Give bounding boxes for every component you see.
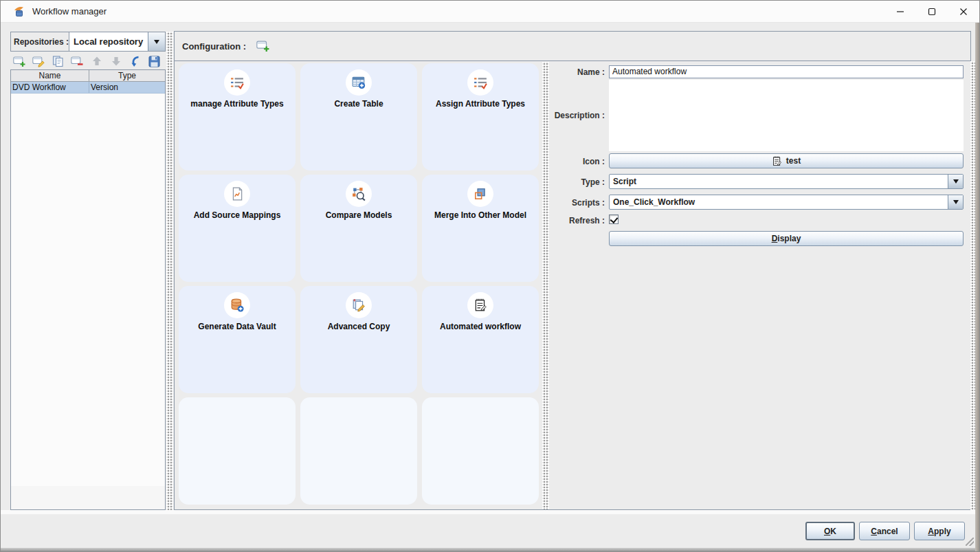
configuration-region: Configuration : bbox=[174, 31, 971, 510]
card-add-source-mappings[interactable]: Add Source Mappings bbox=[179, 175, 296, 282]
empty-card-slot[interactable] bbox=[300, 397, 417, 505]
card-label: Merge Into Other Model bbox=[422, 210, 539, 220]
add-card-icon bbox=[256, 40, 270, 52]
card-create-table[interactable]: Create Table bbox=[300, 63, 417, 170]
window-bottom-border bbox=[1, 548, 979, 551]
title-bar: Workflow manager bbox=[1, 1, 979, 23]
app-icon bbox=[13, 5, 25, 18]
copy-repository-button[interactable] bbox=[51, 55, 65, 68]
table-empty-area bbox=[11, 94, 165, 486]
description-textarea[interactable] bbox=[609, 80, 964, 151]
repositories-select[interactable]: Local repository bbox=[69, 32, 165, 51]
display-button[interactable]: Display bbox=[609, 231, 964, 246]
window-right-border bbox=[975, 23, 979, 551]
repositories-table-header: Name Type bbox=[11, 70, 165, 82]
move-up-button[interactable] bbox=[89, 55, 104, 68]
table-cell-name: DVD Workflow bbox=[11, 82, 89, 93]
repositories-panel: Repositories : Local repository bbox=[10, 32, 166, 510]
repositories-label: Repositories : bbox=[11, 32, 69, 51]
edit-repository-button[interactable] bbox=[32, 55, 46, 68]
copy-pencil-icon bbox=[346, 292, 372, 318]
empty-card-slot[interactable] bbox=[422, 397, 539, 505]
edit-card-icon bbox=[32, 56, 45, 67]
ok-button[interactable]: OK bbox=[805, 522, 855, 540]
document-mapping-icon bbox=[224, 181, 250, 207]
card-compare-models[interactable]: Compare Models bbox=[300, 175, 417, 282]
cancel-button[interactable]: Cancel bbox=[859, 522, 910, 540]
left-splitter[interactable] bbox=[166, 32, 173, 510]
card-merge-into-other-model[interactable]: Merge Into Other Model bbox=[422, 175, 539, 282]
merge-squares-icon bbox=[467, 181, 493, 207]
card-assign-attribute-types[interactable]: Assign Attribute Types bbox=[422, 63, 539, 170]
card-label: manage Attribute Types bbox=[179, 99, 296, 109]
refresh-repositories-button[interactable] bbox=[128, 55, 142, 68]
type-select[interactable]: Script bbox=[609, 174, 964, 189]
maximize-button[interactable] bbox=[916, 1, 948, 23]
configuration-form: Name : Description : Icon : test bbox=[550, 62, 972, 509]
repositories-dropdown-arrow-icon[interactable] bbox=[148, 32, 165, 51]
notepad-pencil-icon bbox=[467, 292, 493, 318]
compare-magnifier-icon bbox=[346, 181, 372, 207]
scripts-selected-value: One_Click_Workflow bbox=[613, 195, 695, 209]
add-repository-button[interactable] bbox=[12, 55, 27, 68]
name-label: Name : bbox=[550, 67, 605, 77]
card-automated-workflow[interactable]: Automated workflow bbox=[422, 286, 539, 393]
move-down-button[interactable] bbox=[109, 55, 123, 68]
notepad-pencil-icon bbox=[772, 156, 782, 166]
repositories-table: Name Type DVD Workflow Version bbox=[10, 69, 166, 510]
attribute-list-check-icon bbox=[224, 69, 250, 96]
type-label: Type : bbox=[550, 177, 605, 187]
minimize-button[interactable] bbox=[884, 1, 916, 23]
copy-icon bbox=[52, 56, 65, 67]
card-generate-data-vault[interactable]: Generate Data Vault bbox=[179, 286, 296, 393]
scripts-select[interactable]: One_Click_Workflow bbox=[609, 195, 964, 210]
resize-grip[interactable] bbox=[966, 538, 974, 546]
card-label: Advanced Copy bbox=[300, 322, 417, 331]
save-icon bbox=[148, 56, 160, 67]
refresh-checkbox[interactable] bbox=[609, 214, 619, 224]
card-label: Add Source Mappings bbox=[179, 210, 296, 220]
footer-divider bbox=[1, 510, 979, 514]
down-arrow-icon bbox=[111, 56, 122, 67]
up-arrow-icon bbox=[91, 56, 102, 67]
repositories-selected-value: Local repository bbox=[74, 32, 143, 51]
remove-repository-button[interactable] bbox=[70, 55, 85, 68]
close-button[interactable] bbox=[948, 1, 979, 23]
card-label: Generate Data Vault bbox=[179, 322, 296, 331]
add-card-icon bbox=[13, 56, 26, 67]
icon-button[interactable]: test bbox=[609, 153, 964, 168]
scripts-dropdown-arrow-icon[interactable] bbox=[948, 195, 963, 209]
table-add-icon bbox=[346, 69, 372, 96]
card-manage-attribute-types[interactable]: manage Attribute Types bbox=[179, 63, 296, 170]
database-add-icon bbox=[224, 292, 250, 318]
icon-label: Icon : bbox=[550, 157, 605, 166]
refresh-icon bbox=[129, 56, 141, 67]
description-label: Description : bbox=[550, 80, 605, 151]
column-header-name[interactable]: Name bbox=[11, 70, 89, 81]
card-advanced-copy[interactable]: Advanced Copy bbox=[300, 286, 417, 393]
table-row[interactable]: DVD Workflow Version bbox=[11, 82, 165, 93]
empty-card-slot[interactable] bbox=[179, 397, 296, 505]
workflow-manager-window: Workflow manager Repositories : Local re… bbox=[0, 0, 980, 552]
add-configuration-button[interactable] bbox=[256, 40, 271, 52]
remove-card-icon bbox=[71, 56, 84, 67]
repositories-toolbar bbox=[10, 53, 166, 69]
name-input[interactable] bbox=[609, 65, 964, 78]
attribute-list-check-icon bbox=[467, 69, 493, 96]
middle-splitter[interactable] bbox=[542, 62, 549, 509]
repositories-row: Repositories : Local repository bbox=[10, 32, 166, 52]
apply-button[interactable]: Apply bbox=[914, 522, 965, 540]
icon-button-label: test bbox=[786, 156, 801, 166]
save-repositories-button[interactable] bbox=[147, 55, 162, 68]
window-title: Workflow manager bbox=[32, 6, 107, 16]
card-label: Compare Models bbox=[300, 210, 417, 220]
type-dropdown-arrow-icon[interactable] bbox=[948, 175, 963, 188]
card-label: Create Table bbox=[300, 99, 417, 109]
card-label: Assign Attribute Types bbox=[422, 99, 539, 109]
scripts-label: Scripts : bbox=[550, 198, 605, 208]
column-header-type[interactable]: Type bbox=[89, 70, 165, 81]
card-label: Automated workflow bbox=[422, 322, 539, 331]
window-controls bbox=[884, 1, 979, 23]
table-cell-type: Version bbox=[89, 82, 165, 93]
refresh-label: Refresh : bbox=[550, 216, 605, 225]
